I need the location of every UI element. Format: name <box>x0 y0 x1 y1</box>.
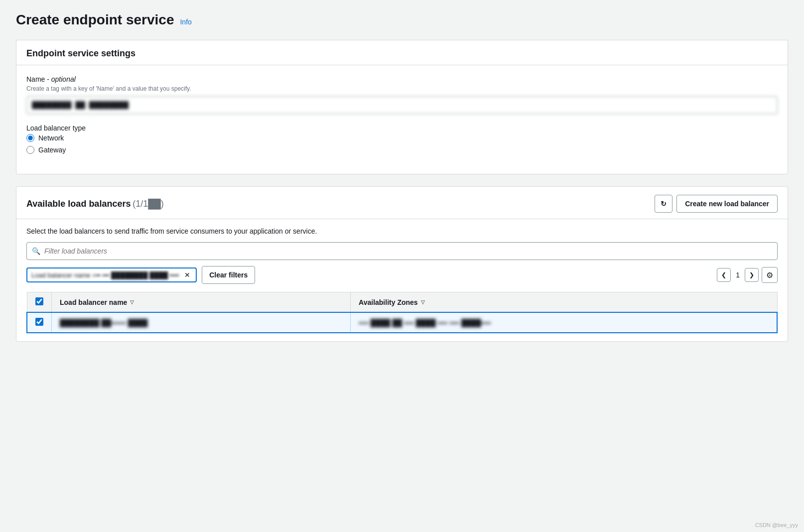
row-checkbox-cell <box>27 312 52 333</box>
radio-option-network[interactable]: Network <box>26 134 778 142</box>
pagination-current: 1 <box>734 271 742 279</box>
page-title: Create endpoint service <box>16 12 174 28</box>
lb-card-body: Select the load balancers to send traffi… <box>16 219 788 341</box>
name-hint: Create a tag with a key of 'Name' and a … <box>26 85 778 92</box>
table-settings-button[interactable]: ⚙ <box>762 267 778 283</box>
th-az: Availability Zones ▽ <box>351 292 777 313</box>
available-lb-card: Available load balancers (1/1██) ↻ Creat… <box>16 186 788 342</box>
radio-gateway[interactable] <box>26 146 34 154</box>
info-link[interactable]: Info <box>180 18 191 26</box>
radio-gateway-label: Gateway <box>38 146 66 154</box>
search-input[interactable] <box>44 247 772 255</box>
lb-card-title-area: Available load balancers (1/1██) <box>26 199 164 209</box>
th-name-label: Load balancer name <box>60 298 127 306</box>
name-label: Name - optional <box>26 75 778 83</box>
search-icon: 🔍 <box>32 247 40 255</box>
endpoint-settings-body: Name - optional Create a tag with a key … <box>16 65 788 174</box>
pagination-prev-button[interactable]: ❮ <box>717 268 731 282</box>
endpoint-settings-header: Endpoint service settings <box>16 40 788 65</box>
filter-tag-text: Load balancer name =▪▪ ▪▪▪ ████████ ████… <box>31 271 179 279</box>
lb-count: (1/1██) <box>133 199 164 209</box>
filter-row: Load balancer name =▪▪ ▪▪▪ ████████ ████… <box>26 266 778 284</box>
lb-type-radio-group: Network Gateway <box>26 134 778 154</box>
lb-table: Load balancer name ▽ Availability Zones … <box>26 292 778 333</box>
clear-filters-button[interactable]: Clear filters <box>202 266 255 284</box>
pagination-next-button[interactable]: ❯ <box>745 268 759 282</box>
search-box: 🔍 <box>26 242 778 260</box>
refresh-button[interactable]: ↻ <box>655 195 672 213</box>
lb-card-header: Available load balancers (1/1██) ↻ Creat… <box>16 187 788 219</box>
lb-table-header-row: Load balancer name ▽ Availability Zones … <box>27 292 777 313</box>
select-all-checkbox[interactable] <box>35 297 43 305</box>
row-name: ████████ ██▪▪▪▪▪▪ ████ <box>52 312 351 333</box>
lb-table-head: Load balancer name ▽ Availability Zones … <box>27 292 777 313</box>
row-az-value: ▪▪▪▪ ████ ██ ▪▪▪▪ ████ ▪▪▪▪ ▪▪▪▪ ████▪▪▪… <box>359 319 491 327</box>
th-checkbox <box>27 292 52 313</box>
lb-type-field-group: Load balancer type Network Gateway <box>26 124 778 154</box>
create-lb-button[interactable]: Create new load balancer <box>676 195 778 213</box>
lb-type-label: Load balancer type <box>26 124 778 132</box>
th-name-sort-icon: ▽ <box>130 299 134 305</box>
refresh-icon: ↻ <box>661 200 667 208</box>
lb-card-title: Available load balancers <box>26 199 131 209</box>
filter-tag: Load balancer name =▪▪ ▪▪▪ ████████ ████… <box>26 267 197 282</box>
lb-description: Select the load balancers to send traffi… <box>26 227 778 235</box>
radio-network[interactable] <box>26 134 34 142</box>
th-az-label: Availability Zones <box>359 298 418 306</box>
pagination-controls: ❮ 1 ❯ ⚙ <box>717 267 778 283</box>
name-field-group: Name - optional Create a tag with a key … <box>26 75 778 114</box>
filter-tag-clear-button[interactable]: ✕ <box>183 270 192 279</box>
page-header: Create endpoint service Info <box>16 12 788 28</box>
lb-table-body: ████████ ██▪▪▪▪▪▪ ████ ▪▪▪▪ ████ ██ ▪▪▪▪… <box>27 312 777 333</box>
radio-option-gateway[interactable]: Gateway <box>26 146 778 154</box>
row-az: ▪▪▪▪ ████ ██ ▪▪▪▪ ████ ▪▪▪▪ ▪▪▪▪ ████▪▪▪… <box>351 312 777 333</box>
endpoint-settings-title: Endpoint service settings <box>26 48 135 58</box>
th-az-sort-icon: ▽ <box>421 299 425 305</box>
row-name-value: ████████ ██▪▪▪▪▪▪ ████ <box>60 319 147 327</box>
endpoint-settings-card: Endpoint service settings Name - optiona… <box>16 40 788 174</box>
lb-header-actions: ↻ Create new load balancer <box>655 195 778 213</box>
radio-network-label: Network <box>38 134 64 142</box>
row-checkbox[interactable] <box>35 318 43 326</box>
th-name: Load balancer name ▽ <box>52 292 351 313</box>
name-input[interactable] <box>26 96 778 114</box>
table-row: ████████ ██▪▪▪▪▪▪ ████ ▪▪▪▪ ████ ██ ▪▪▪▪… <box>27 312 777 333</box>
